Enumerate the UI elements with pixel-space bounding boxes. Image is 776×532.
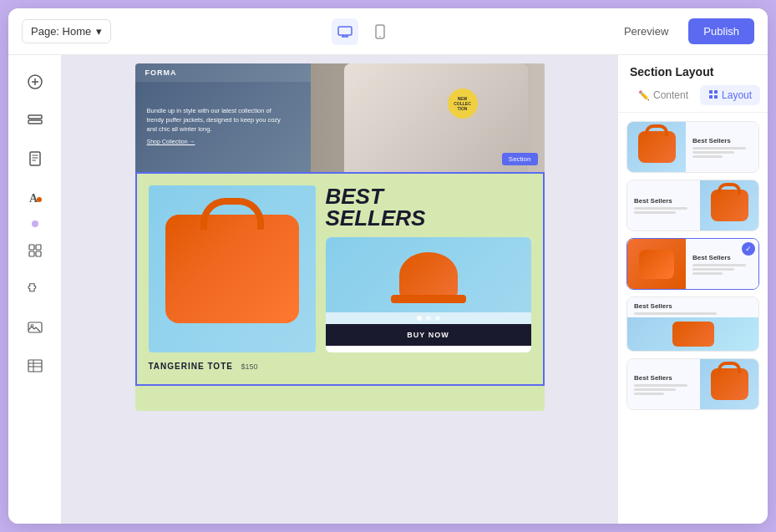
sidebar-sections-icon[interactable] (18, 104, 52, 137)
mobile-icon (375, 24, 385, 39)
layout-lines-5 (634, 384, 693, 395)
layout-option-5-inner: Best Sellers (627, 359, 758, 409)
svg-rect-27 (709, 90, 713, 94)
bag-image (149, 185, 316, 352)
layout-tab-icon (708, 89, 718, 101)
hero-shop-link[interactable]: Shop Collection → (147, 139, 291, 144)
layout-option-4-inner: Best Sellers (627, 297, 758, 351)
top-bar-right: Pereview Publish (614, 18, 754, 44)
panel-header: Section Layout ✏️ Content Layout (618, 55, 768, 113)
brand-logo: FORMA (145, 68, 177, 77)
sidebar-table-icon[interactable] (18, 349, 52, 383)
hero-text: Bundle up in style with our latest colle… (147, 106, 291, 134)
bs-inner: BESTSELLERS BUY NOW (149, 185, 531, 352)
svg-rect-11 (30, 152, 40, 165)
line (692, 268, 734, 271)
canvas-area: FORMA New In Accessories Men Women Bundl… (62, 55, 617, 524)
svg-rect-18 (36, 245, 41, 250)
line (692, 272, 723, 275)
sidebar-grid-icon[interactable] (18, 234, 52, 267)
mini-bag-3 (639, 250, 674, 279)
product-card[interactable]: BUY NOW (326, 237, 531, 352)
line (634, 207, 687, 210)
layout-option-2[interactable]: Best Sellers (626, 180, 759, 231)
page-selector[interactable]: Page: Home ▾ (22, 19, 111, 43)
layout-lines-3 (692, 264, 752, 275)
desktop-icon (337, 26, 352, 38)
sidebar-typography-icon[interactable]: A (18, 180, 52, 214)
svg-point-16 (37, 197, 42, 202)
layout-option-2-label: Best Sellers (634, 197, 693, 205)
selected-checkmark: ✓ (742, 242, 755, 256)
content-tab-icon: ✏️ (638, 90, 650, 101)
layout-option-4[interactable]: Best Sellers (626, 296, 759, 352)
green-strip (135, 386, 545, 411)
dot-1 (417, 316, 422, 321)
section-badge: Section (502, 153, 538, 165)
left-sidebar: A (8, 55, 62, 524)
layout-option-4-text: Best Sellers (627, 297, 758, 317)
layout-option-1-image (627, 122, 686, 172)
line (634, 384, 687, 387)
best-sellers-section[interactable]: BESTSELLERS BUY NOW (135, 172, 545, 386)
layout-option-2-inner: Best Sellers (627, 180, 758, 231)
layout-option-5-text: Best Sellers (627, 359, 700, 409)
sidebar-image-icon[interactable] (18, 311, 52, 344)
layout-lines-2 (634, 207, 693, 214)
svg-rect-0 (338, 27, 352, 35)
svg-rect-9 (28, 115, 42, 119)
mobile-view-button[interactable] (367, 18, 393, 45)
mini-bag-5 (711, 368, 748, 400)
layout-option-5-label: Best Sellers (634, 374, 693, 382)
layout-option-3-label: Best Sellers (692, 254, 752, 261)
desktop-view-button[interactable] (332, 18, 358, 45)
mini-bag-4 (672, 322, 714, 347)
svg-rect-28 (714, 90, 718, 94)
tab-layout[interactable]: Layout (700, 85, 760, 105)
layout-option-3[interactable]: Best Sellers ✓ (626, 238, 759, 290)
main-layout: A FORMA (8, 55, 768, 524)
product-image (326, 237, 531, 312)
layout-option-1-inner: Best Sellers (627, 122, 758, 172)
top-bar: Page: Home ▾ Pereview P (8, 8, 768, 55)
layout-lines-4 (634, 312, 752, 315)
canvas-wrapper: FORMA New In Accessories Men Women Bundl… (135, 63, 545, 411)
sidebar-puzzle-icon[interactable] (18, 272, 52, 306)
app-container: Page: Home ▾ Pereview P (8, 8, 768, 524)
product-price: $150 (241, 362, 257, 371)
jacket-image (344, 63, 528, 172)
mini-bag-2 (711, 190, 748, 221)
new-collection-badge: NEWCOLLECTION (448, 89, 478, 119)
hero-content: Bundle up in style with our latest colle… (135, 83, 302, 154)
layout-option-4-image (627, 317, 758, 351)
panel-tabs: ✏️ Content Layout (630, 85, 756, 105)
best-sellers-title: BESTSELLERS (326, 185, 531, 229)
mini-bag-1 (638, 131, 676, 163)
sidebar-pages-icon[interactable] (18, 142, 52, 175)
chevron-down-icon: ▾ (96, 25, 102, 38)
tab-content[interactable]: ✏️ Content (630, 85, 697, 105)
buy-now-button[interactable]: BUY NOW (326, 324, 531, 346)
line (692, 151, 734, 154)
sidebar-add-icon[interactable] (18, 65, 52, 99)
layout-option-2-text: Best Sellers (627, 180, 700, 231)
line (634, 393, 664, 395)
layout-option-5[interactable]: Best Sellers (626, 358, 759, 410)
line (634, 211, 676, 214)
preview-button[interactable]: Pereview (614, 20, 678, 43)
layout-options: Best Sellers (618, 113, 768, 524)
line (634, 312, 717, 315)
svg-rect-30 (714, 95, 718, 99)
content-tab-label: Content (653, 89, 688, 101)
publish-button[interactable]: Publish (688, 18, 754, 44)
hero-section[interactable]: FORMA New In Accessories Men Women Bundl… (135, 63, 545, 172)
top-bar-center (332, 18, 393, 45)
line (634, 388, 676, 391)
layout-lines-1 (692, 147, 752, 158)
product-name: TANGERINE TOTE (149, 362, 233, 371)
layout-option-1[interactable]: Best Sellers (626, 121, 759, 173)
svg-point-5 (379, 35, 381, 37)
carousel-dots (326, 312, 531, 324)
layout-option-1-label: Best Sellers (692, 137, 752, 144)
line (692, 147, 746, 149)
